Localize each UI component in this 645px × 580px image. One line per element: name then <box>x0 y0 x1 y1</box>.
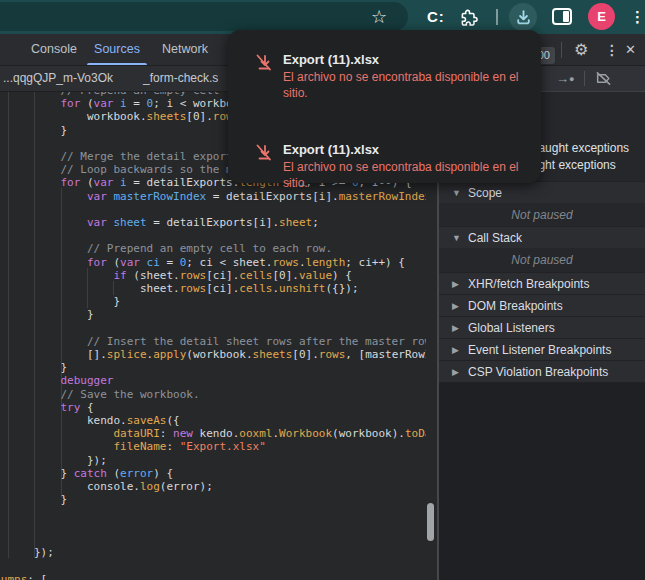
chevron-right-icon: ▶ <box>452 345 461 355</box>
section-label: Event Listener Breakpoints <box>468 343 611 357</box>
browser-toolbar: ☆ C: E ⋮ <box>0 0 645 34</box>
bookmark-star-icon[interactable]: ☆ <box>371 4 387 30</box>
chevron-right-icon: ▶ <box>452 367 461 377</box>
step-icon[interactable]: →● <box>556 66 574 91</box>
section-label: Call Stack <box>468 231 522 245</box>
section-dom-breakpoints[interactable]: ▶DOM Breakpoints <box>439 294 645 316</box>
download-item[interactable]: Export (11).xlsxEl archivo no se encontr… <box>228 142 541 202</box>
chevron-down-icon: ▼ <box>452 233 461 243</box>
section-call-stack[interactable]: ▼Call Stack <box>439 226 645 248</box>
extension-c-icon[interactable]: C: <box>427 0 445 34</box>
deactivate-breakpoints-icon[interactable] <box>595 70 612 91</box>
download-error-message: El archivo no se encontraba disponible e… <box>283 70 529 101</box>
tab-console[interactable]: Console <box>28 34 80 65</box>
section-label: XHR/fetch Breakpoints <box>468 277 589 291</box>
side-panel-icon[interactable] <box>552 8 572 25</box>
chevron-right-icon: ▶ <box>452 301 461 311</box>
browser-menu-icon[interactable]: ⋮ <box>630 5 645 29</box>
download-item[interactable]: Export (11).xlsxEl archivo no se encontr… <box>228 52 541 112</box>
tab-sources[interactable]: Sources <box>90 34 144 65</box>
section-global-listeners[interactable]: ▶Global Listeners <box>439 316 645 338</box>
chevron-right-icon: ▶ <box>452 279 461 289</box>
download-filename: Export (11).xlsx <box>283 52 379 67</box>
section-event-listener-breakpoints[interactable]: ▶Event Listener Breakpoints <box>439 338 645 360</box>
downloads-popup: Export (11).xlsxEl archivo no se encontr… <box>228 30 541 183</box>
section-label: CSP Violation Breakpoints <box>468 365 608 379</box>
file-tab[interactable]: _form-check.s <box>143 66 218 91</box>
section-label: DOM Breakpoints <box>468 299 563 313</box>
download-error-message: El archivo no se encontraba disponible e… <box>283 160 529 191</box>
download-filename: Export (11).xlsx <box>283 142 379 157</box>
close-devtools-icon[interactable]: ✕ <box>625 37 636 63</box>
section-csp-violation-breakpoints[interactable]: ▶CSP Violation Breakpoints <box>439 360 645 382</box>
section-xhr-fetch-breakpoints[interactable]: ▶XHR/fetch Breakpoints <box>439 272 645 294</box>
address-bar[interactable] <box>0 2 408 31</box>
download-icon <box>515 9 532 26</box>
profile-avatar[interactable]: E <box>588 3 615 30</box>
editor-scrollbar[interactable] <box>427 503 434 541</box>
download-blocked-icon <box>254 53 274 77</box>
settings-gear-icon[interactable]: ⚙ <box>574 36 588 64</box>
chevron-right-icon: ▶ <box>452 323 461 333</box>
downloads-button[interactable] <box>509 3 537 31</box>
devtools-menu-icon[interactable]: ⋮ <box>605 37 619 63</box>
screen: ☆ C: E ⋮ ConsoleSourcesNetwork 00 ⚙ ⋮ ✕ … <box>0 0 645 580</box>
toolbar-separator <box>584 71 585 86</box>
not-paused-status: Not paused <box>439 248 645 271</box>
tab-network[interactable]: Network <box>156 34 214 65</box>
sidebar-empty-area <box>439 382 645 580</box>
download-blocked-icon <box>254 143 274 167</box>
file-tab[interactable]: ...qqgQJP_m-Vo3Ok <box>3 66 113 91</box>
section-label: Global Listeners <box>468 321 555 335</box>
not-paused-status: Not paused <box>439 203 645 226</box>
extensions-puzzle-icon[interactable] <box>460 8 479 31</box>
toolbar-separator <box>496 9 498 25</box>
toolbar-separator <box>561 42 562 58</box>
active-tab-underline <box>87 63 147 66</box>
